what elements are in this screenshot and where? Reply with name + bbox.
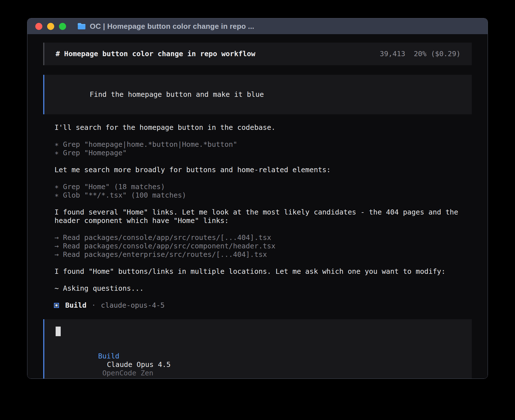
window-titlebar[interactable]: OC | Homepage button color change in rep… (27, 18, 488, 34)
tool-call-line: ∗ Grep "homepage|home.*button|Home.*butt… (54, 140, 472, 149)
session-header: # Homepage button color change in repo w… (43, 43, 472, 65)
user-message: Find the homepage button and make it blu… (43, 75, 472, 114)
blank-line (54, 174, 472, 183)
prompt-input[interactable]: Build Claude Opus 4.5 OpenCode Zen (43, 319, 472, 379)
assistant-text-line: Let me search more broadly for buttons a… (54, 166, 472, 174)
input-status-row: Build Claude Opus 4.5 OpenCode Zen (56, 344, 461, 379)
screen: OC | Homepage button color change in rep… (0, 0, 515, 420)
user-message-text: Find the homepage button and make it blu… (90, 90, 264, 99)
session-stats: 39,413 20% ($0.29) (380, 50, 461, 58)
blank-line (54, 200, 472, 208)
agent-badge-model: claude-opus-4-5 (101, 301, 165, 310)
blank-line (54, 157, 472, 166)
blank-line (54, 132, 472, 140)
input-provider: OpenCode Zen (102, 369, 154, 377)
tool-call-line: ∗ Glob "**/*.tsx" (100 matches) (54, 191, 472, 200)
session-title: # Homepage button color change in repo w… (56, 50, 255, 58)
agent-status-badge: Build · claude-opus-4-5 (43, 301, 472, 310)
assistant-text-line: I found "Home" buttons/links in multiple… (54, 267, 472, 276)
agent-badge-separator: · (91, 301, 96, 310)
window-title-group: OC | Homepage button color change in rep… (77, 22, 254, 31)
token-count: 39,413 (380, 50, 405, 58)
close-button[interactable] (35, 23, 42, 30)
input-mode[interactable]: Build (98, 352, 119, 360)
agent-badge-icon (54, 303, 59, 308)
text-cursor (56, 327, 61, 336)
terminal-window: OC | Homepage button color change in rep… (27, 18, 488, 379)
tool-call-line: ∗ Grep "Homepage" (54, 149, 472, 157)
tool-call-line: ∗ Grep "Home" (18 matches) (54, 183, 472, 191)
assistant-text-line: ~ Asking questions... (54, 284, 472, 293)
agent-badge-label: Build (65, 301, 86, 310)
blank-line (54, 276, 472, 284)
zoom-button[interactable] (59, 23, 66, 30)
tool-call-line: → Read packages/console/app/src/componen… (54, 242, 472, 250)
blank-line (54, 259, 472, 267)
blank-line (54, 225, 472, 233)
minimize-button[interactable] (47, 23, 54, 30)
window-title: OC | Homepage button color change in rep… (90, 22, 254, 31)
context-cost: 20% ($0.29) (414, 50, 461, 58)
input-model[interactable]: Claude Opus 4.5 (107, 360, 171, 369)
assistant-text-line: I found several "Home" links. Let me loo… (54, 208, 472, 216)
transcript: I'll search for the homepage button in t… (43, 123, 472, 293)
tool-call-line: → Read packages/console/app/src/routes/[… (54, 233, 472, 242)
tool-call-line: → Read packages/enterprise/src/routes/[.… (54, 250, 472, 259)
window-controls (35, 23, 66, 30)
assistant-text-line: header component which have "Home" links… (54, 216, 472, 225)
assistant-text-line: I'll search for the homepage button in t… (54, 123, 472, 132)
terminal-content: # Homepage button color change in repo w… (27, 34, 488, 379)
folder-icon (77, 23, 86, 30)
